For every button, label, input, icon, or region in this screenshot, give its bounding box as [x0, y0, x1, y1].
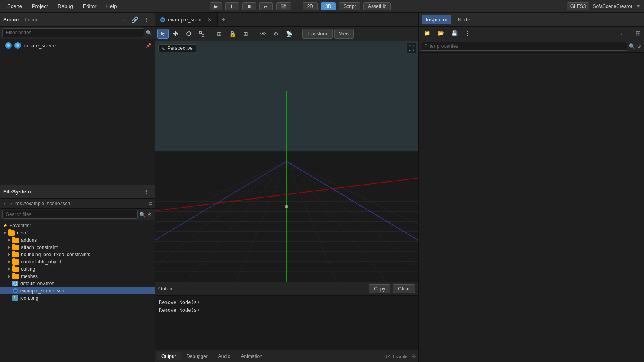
left-panel: Scene Import + 🔗 ⋮ 🔍 create_sc: [0, 13, 155, 362]
breadcrumb-back-btn[interactable]: ‹: [2, 200, 7, 207]
btn-3d[interactable]: 3D: [321, 2, 336, 10]
scene-search-input[interactable]: [2, 28, 144, 37]
breadcrumb-layout-btn[interactable]: ≡: [149, 200, 152, 207]
inspector-tab-inspector[interactable]: Inspector: [422, 15, 451, 24]
copy-btn[interactable]: Copy: [369, 284, 390, 293]
scene-panel: Scene Import + 🔗 ⋮ 🔍 create_sc: [0, 13, 155, 185]
stop-btn[interactable]: ⏹: [242, 2, 256, 10]
viewport-toolbar: ⊞ 🔒 ⊞ 👁 ⚙ 📡 Transform View: [155, 27, 418, 41]
fs-item-label: addons: [21, 237, 37, 243]
dropdown-icon[interactable]: ▼: [636, 3, 641, 9]
scene-menu-btn[interactable]: ⋮: [142, 16, 151, 24]
expand-icon: [8, 253, 10, 256]
viewport-tab-example-scene[interactable]: example_scene ✕: [155, 13, 218, 26]
snap-toggle-btn[interactable]: ⊞: [214, 29, 225, 39]
tab-animation[interactable]: Animation: [236, 352, 267, 360]
menu-scene[interactable]: Scene: [3, 2, 26, 10]
tab-debugger[interactable]: Debugger: [182, 352, 213, 360]
tab-audio[interactable]: Audio: [213, 352, 235, 360]
fs-item-meshes[interactable]: meshes: [0, 273, 155, 280]
scene-import-label[interactable]: Import: [25, 17, 39, 23]
svg-marker-10: [175, 31, 177, 33]
fs-item-addons[interactable]: addons: [0, 237, 155, 244]
fs-item-label: bounding_box_fixed_constraints: [21, 252, 90, 257]
move-tool-btn[interactable]: [170, 29, 182, 39]
fs-filter-btn[interactable]: ⚙: [147, 212, 152, 218]
signal-btn[interactable]: 📡: [283, 29, 295, 39]
config-btn[interactable]: ⚙: [270, 29, 281, 39]
visibility-btn[interactable]: 👁: [258, 29, 269, 39]
fs-item-default-env[interactable]: default_env.tres: [0, 280, 155, 287]
tab-output[interactable]: Output: [157, 352, 181, 360]
fs-item-example-scene[interactable]: example_scene.tscn: [0, 287, 155, 294]
insp-filter-options-btn[interactable]: ⚙: [637, 43, 642, 49]
insp-save-btn[interactable]: 💾: [448, 28, 460, 38]
btn-assetlib[interactable]: AssetLib: [363, 2, 391, 10]
menu-help[interactable]: Help: [102, 2, 121, 10]
svg-rect-0: [12, 281, 18, 286]
tree-item-create-scene[interactable]: create_scene 📌: [0, 41, 155, 50]
tab-add-btn[interactable]: +: [218, 16, 229, 23]
fs-item-res[interactable]: res://: [0, 229, 155, 237]
fs-search-input[interactable]: [2, 210, 138, 219]
fs-item-icon[interactable]: icon.png: [0, 294, 155, 302]
insp-history-btn[interactable]: 📁: [421, 28, 433, 38]
output-settings-btn[interactable]: ⚙: [411, 353, 417, 360]
fs-item-label: example_scene.tscn: [20, 288, 64, 294]
scene-link-btn[interactable]: 🔗: [129, 16, 140, 24]
insp-search-btn[interactable]: 🔍: [629, 43, 635, 49]
svg-marker-9: [161, 32, 165, 36]
fs-item-controllable-object[interactable]: controllable_object: [0, 258, 155, 265]
btn-script[interactable]: Script: [339, 2, 360, 10]
fullscreen-btn[interactable]: ⛶: [407, 43, 416, 53]
play-btn[interactable]: ▶: [210, 2, 222, 10]
star-icon: ★: [3, 223, 8, 228]
scale-tool-btn[interactable]: [196, 29, 207, 39]
scene-search-btn[interactable]: 🔍: [146, 30, 152, 36]
fs-item-attach-constraint[interactable]: attach_constraint: [0, 244, 155, 251]
insp-prev-btn[interactable]: ‹: [618, 29, 625, 37]
output-label: Output:: [158, 286, 175, 292]
breadcrumb-forward-btn[interactable]: ›: [9, 200, 14, 207]
insp-next-btn[interactable]: ›: [626, 29, 633, 37]
gles-badge[interactable]: GLES3: [567, 2, 590, 10]
inspector-toolbar: 📁 📂 💾 ⋮ ‹ › ⊞: [419, 27, 644, 40]
menu-debug[interactable]: Debug: [54, 2, 77, 10]
lock-btn[interactable]: 🔒: [226, 29, 239, 39]
menu-project[interactable]: Project: [28, 2, 52, 10]
folder-icon: [12, 274, 19, 279]
fs-item-label: attach_constraint: [21, 245, 58, 250]
clear-btn[interactable]: Clear: [393, 284, 415, 293]
inspector-search-input[interactable]: [421, 42, 627, 51]
tab-close-btn[interactable]: ✕: [207, 17, 213, 23]
select-tool-btn[interactable]: [157, 29, 169, 39]
pause-btn[interactable]: ⏸: [225, 2, 239, 10]
fs-item-cutting[interactable]: cutting: [0, 265, 155, 273]
menu-editor[interactable]: Editor: [79, 2, 101, 10]
fs-search-btn[interactable]: 🔍: [139, 212, 146, 218]
group-btn[interactable]: ⊞: [240, 29, 251, 39]
rotate-tool-btn[interactable]: [183, 29, 194, 39]
fs-item-bounding-box[interactable]: bounding_box_fixed_constraints: [0, 251, 155, 258]
fs-item-label: meshes: [21, 274, 38, 279]
insp-more-btn[interactable]: ⋮: [462, 28, 473, 38]
toolbar-center: ▶ ⏸ ⏹ ⏭ 🎬 2D 2D 3D Script AssetLib: [210, 2, 391, 10]
viewport-3d[interactable]: Y X Z ⊙ Perspective: [155, 41, 418, 282]
tres-file-icon: [12, 281, 18, 286]
movie-btn[interactable]: 🎬: [276, 2, 291, 10]
view-btn[interactable]: View: [334, 29, 354, 39]
inspector-tab-node[interactable]: Node: [454, 15, 474, 24]
tab-label: example_scene: [168, 16, 204, 23]
filesystem-header: FileSystem ⋮: [0, 185, 155, 199]
svg-marker-12: [173, 33, 175, 35]
insp-open-btn[interactable]: 📂: [435, 28, 447, 38]
tscn-file-icon: [12, 288, 18, 294]
filesystem-menu-btn[interactable]: ⋮: [142, 188, 151, 196]
perspective-badge[interactable]: ⊙ Perspective: [158, 44, 196, 52]
step-btn[interactable]: ⏭: [259, 2, 273, 10]
scene-add-btn[interactable]: +: [120, 16, 128, 24]
fs-tree: ★ Favorites: res:// addons: [0, 220, 155, 362]
insp-expand-btn[interactable]: ⊞: [635, 29, 642, 38]
btn-2d[interactable]: 2D 2D: [303, 2, 318, 10]
transform-btn[interactable]: Transform: [302, 29, 333, 39]
